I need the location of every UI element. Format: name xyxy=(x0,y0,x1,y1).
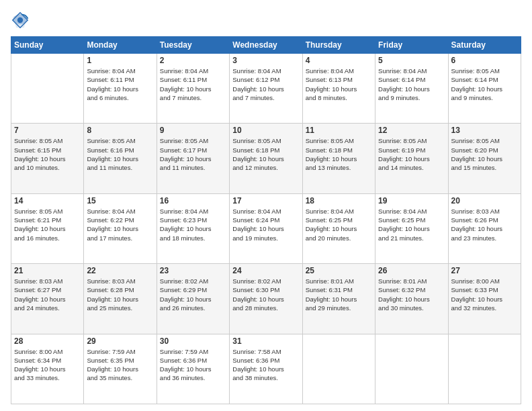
day-info: Sunrise: 7:59 AM Sunset: 6:35 PM Dayligh… xyxy=(87,347,153,383)
day-info: Sunrise: 8:05 AM Sunset: 6:18 PM Dayligh… xyxy=(232,136,299,172)
calendar-cell: 12Sunrise: 8:05 AM Sunset: 6:19 PM Dayli… xyxy=(375,124,448,193)
day-info: Sunrise: 8:05 AM Sunset: 6:18 PM Dayligh… xyxy=(306,136,372,172)
calendar-cell: 11Sunrise: 8:05 AM Sunset: 6:18 PM Dayli… xyxy=(302,124,375,193)
day-info: Sunrise: 7:59 AM Sunset: 6:36 PM Dayligh… xyxy=(160,347,226,383)
weekday-header-friday: Friday xyxy=(375,37,448,54)
day-number: 11 xyxy=(306,126,372,135)
day-info: Sunrise: 8:04 AM Sunset: 6:14 PM Dayligh… xyxy=(378,66,445,102)
weekday-header-saturday: Saturday xyxy=(448,37,521,54)
weekday-header-thursday: Thursday xyxy=(302,37,375,54)
logo-icon xyxy=(11,11,30,30)
day-number: 21 xyxy=(14,266,81,275)
calendar-cell: 22Sunrise: 8:03 AM Sunset: 6:28 PM Dayli… xyxy=(84,264,157,334)
page: SundayMondayTuesdayWednesdayThursdayFrid… xyxy=(0,0,532,411)
day-info: Sunrise: 8:05 AM Sunset: 6:21 PM Dayligh… xyxy=(14,207,81,242)
weekday-header-sunday: Sunday xyxy=(11,37,84,54)
day-info: Sunrise: 8:05 AM Sunset: 6:19 PM Dayligh… xyxy=(378,136,445,172)
calendar-cell: 24Sunrise: 8:02 AM Sunset: 6:30 PM Dayli… xyxy=(230,264,302,334)
day-number: 24 xyxy=(232,266,299,275)
day-info: Sunrise: 8:04 AM Sunset: 6:22 PM Dayligh… xyxy=(87,207,153,242)
day-number: 1 xyxy=(87,56,153,65)
weekday-header-tuesday: Tuesday xyxy=(157,37,229,54)
calendar-cell: 26Sunrise: 8:01 AM Sunset: 6:32 PM Dayli… xyxy=(375,264,448,334)
calendar-cell: 31Sunrise: 7:58 AM Sunset: 6:36 PM Dayli… xyxy=(230,334,302,404)
calendar-cell: 19Sunrise: 8:04 AM Sunset: 6:25 PM Dayli… xyxy=(375,193,448,263)
day-number: 7 xyxy=(14,126,81,135)
day-info: Sunrise: 8:04 AM Sunset: 6:11 PM Dayligh… xyxy=(160,66,226,102)
day-number: 19 xyxy=(378,196,445,205)
day-number: 2 xyxy=(160,56,226,65)
calendar-cell: 1Sunrise: 8:04 AM Sunset: 6:11 PM Daylig… xyxy=(84,54,157,124)
day-info: Sunrise: 8:00 AM Sunset: 6:34 PM Dayligh… xyxy=(14,347,81,383)
day-info: Sunrise: 8:05 AM Sunset: 6:15 PM Dayligh… xyxy=(14,136,81,172)
svg-point-3 xyxy=(17,17,23,23)
calendar-cell: 7Sunrise: 8:05 AM Sunset: 6:15 PM Daylig… xyxy=(11,124,84,193)
day-info: Sunrise: 8:04 AM Sunset: 6:24 PM Dayligh… xyxy=(232,207,299,242)
day-number: 16 xyxy=(160,196,226,205)
day-number: 15 xyxy=(87,196,153,205)
day-info: Sunrise: 8:05 AM Sunset: 6:14 PM Dayligh… xyxy=(451,66,518,102)
logo xyxy=(11,11,32,30)
calendar-cell xyxy=(375,334,448,404)
calendar-cell: 28Sunrise: 8:00 AM Sunset: 6:34 PM Dayli… xyxy=(11,334,84,404)
calendar-cell: 4Sunrise: 8:04 AM Sunset: 6:13 PM Daylig… xyxy=(302,54,375,124)
calendar-cell xyxy=(448,334,521,404)
day-info: Sunrise: 8:04 AM Sunset: 6:23 PM Dayligh… xyxy=(160,207,226,242)
weekday-header-monday: Monday xyxy=(84,37,157,54)
calendar-cell: 15Sunrise: 8:04 AM Sunset: 6:22 PM Dayli… xyxy=(84,193,157,263)
day-info: Sunrise: 8:03 AM Sunset: 6:27 PM Dayligh… xyxy=(14,277,81,312)
day-info: Sunrise: 8:05 AM Sunset: 6:16 PM Dayligh… xyxy=(87,136,153,172)
day-info: Sunrise: 8:02 AM Sunset: 6:29 PM Dayligh… xyxy=(160,277,226,312)
day-info: Sunrise: 8:05 AM Sunset: 6:17 PM Dayligh… xyxy=(160,136,226,172)
day-number: 9 xyxy=(160,126,226,135)
day-info: Sunrise: 7:58 AM Sunset: 6:36 PM Dayligh… xyxy=(232,347,299,383)
day-info: Sunrise: 8:04 AM Sunset: 6:25 PM Dayligh… xyxy=(378,207,445,242)
day-number: 3 xyxy=(232,56,299,65)
calendar-cell: 21Sunrise: 8:03 AM Sunset: 6:27 PM Dayli… xyxy=(11,264,84,334)
calendar-cell: 20Sunrise: 8:03 AM Sunset: 6:26 PM Dayli… xyxy=(448,193,521,263)
calendar-cell: 18Sunrise: 8:04 AM Sunset: 6:25 PM Dayli… xyxy=(302,193,375,263)
calendar-cell xyxy=(11,54,84,124)
day-number: 26 xyxy=(378,266,445,275)
day-number: 22 xyxy=(87,266,153,275)
header xyxy=(11,11,521,30)
day-number: 17 xyxy=(232,196,299,205)
day-number: 13 xyxy=(451,126,518,135)
day-number: 28 xyxy=(14,336,81,346)
day-info: Sunrise: 8:01 AM Sunset: 6:32 PM Dayligh… xyxy=(378,277,445,312)
day-number: 12 xyxy=(378,126,445,135)
calendar-cell: 16Sunrise: 8:04 AM Sunset: 6:23 PM Dayli… xyxy=(157,193,229,263)
day-number: 10 xyxy=(232,126,299,135)
day-number: 20 xyxy=(451,196,518,205)
calendar-cell xyxy=(302,334,375,404)
day-number: 4 xyxy=(306,56,372,65)
calendar-cell: 2Sunrise: 8:04 AM Sunset: 6:11 PM Daylig… xyxy=(157,54,229,124)
calendar-cell: 27Sunrise: 8:00 AM Sunset: 6:33 PM Dayli… xyxy=(448,264,521,334)
day-number: 5 xyxy=(378,56,445,65)
calendar-table: SundayMondayTuesdayWednesdayThursdayFrid… xyxy=(11,36,521,404)
calendar-cell: 8Sunrise: 8:05 AM Sunset: 6:16 PM Daylig… xyxy=(84,124,157,193)
day-info: Sunrise: 8:01 AM Sunset: 6:31 PM Dayligh… xyxy=(306,277,372,312)
day-number: 18 xyxy=(306,196,372,205)
day-number: 25 xyxy=(306,266,372,275)
day-info: Sunrise: 8:04 AM Sunset: 6:12 PM Dayligh… xyxy=(232,66,299,102)
calendar-week-2: 7Sunrise: 8:05 AM Sunset: 6:15 PM Daylig… xyxy=(11,124,521,193)
calendar-week-3: 14Sunrise: 8:05 AM Sunset: 6:21 PM Dayli… xyxy=(11,193,521,263)
day-info: Sunrise: 8:00 AM Sunset: 6:33 PM Dayligh… xyxy=(451,277,518,312)
day-info: Sunrise: 8:04 AM Sunset: 6:13 PM Dayligh… xyxy=(306,66,372,102)
calendar-cell: 10Sunrise: 8:05 AM Sunset: 6:18 PM Dayli… xyxy=(230,124,302,193)
calendar-cell: 14Sunrise: 8:05 AM Sunset: 6:21 PM Dayli… xyxy=(11,193,84,263)
day-number: 23 xyxy=(160,266,226,275)
day-number: 27 xyxy=(451,266,518,275)
calendar-cell: 13Sunrise: 8:05 AM Sunset: 6:20 PM Dayli… xyxy=(448,124,521,193)
day-number: 6 xyxy=(451,56,518,65)
day-number: 30 xyxy=(160,336,226,346)
calendar-cell: 3Sunrise: 8:04 AM Sunset: 6:12 PM Daylig… xyxy=(230,54,302,124)
day-info: Sunrise: 8:05 AM Sunset: 6:20 PM Dayligh… xyxy=(451,136,518,172)
calendar-cell: 5Sunrise: 8:04 AM Sunset: 6:14 PM Daylig… xyxy=(375,54,448,124)
calendar-cell: 6Sunrise: 8:05 AM Sunset: 6:14 PM Daylig… xyxy=(448,54,521,124)
calendar-cell: 29Sunrise: 7:59 AM Sunset: 6:35 PM Dayli… xyxy=(84,334,157,404)
calendar-week-1: 1Sunrise: 8:04 AM Sunset: 6:11 PM Daylig… xyxy=(11,54,521,124)
calendar-cell: 9Sunrise: 8:05 AM Sunset: 6:17 PM Daylig… xyxy=(157,124,229,193)
day-number: 29 xyxy=(87,336,153,346)
